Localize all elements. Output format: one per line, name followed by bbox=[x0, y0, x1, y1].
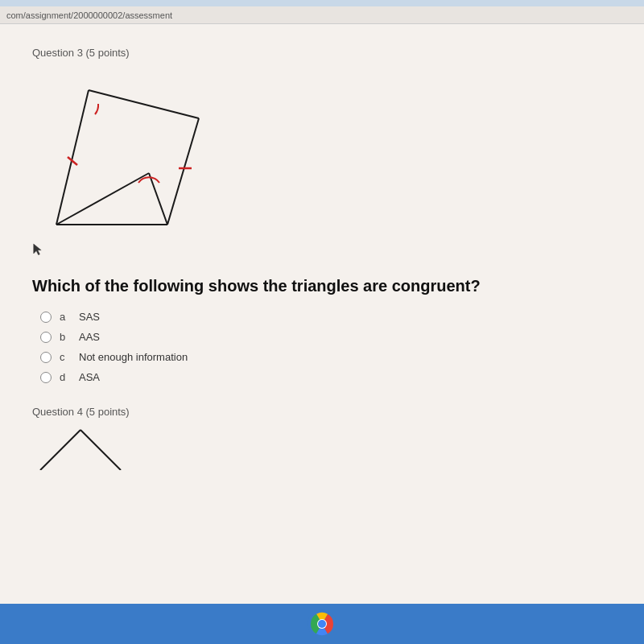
option-d-label: ASA bbox=[79, 371, 100, 383]
question4-label: Question 4 bbox=[32, 406, 83, 418]
question3-label: Question 3 bbox=[32, 47, 83, 59]
question4-points: (5 points) bbox=[86, 406, 130, 418]
svg-line-4 bbox=[56, 173, 149, 225]
chrome-browser-icon bbox=[308, 609, 336, 638]
question3-points: (5 points) bbox=[86, 47, 130, 59]
options-list: a SAS b AAS c Not enough information d A… bbox=[40, 311, 612, 383]
svg-line-1 bbox=[167, 118, 199, 225]
option-d-letter: d bbox=[60, 371, 71, 383]
option-b-label: AAS bbox=[79, 331, 100, 343]
svg-line-0 bbox=[89, 90, 199, 118]
question3-header: Question 3 (5 points) bbox=[32, 47, 612, 59]
svg-line-10 bbox=[80, 430, 121, 470]
option-c-label: Not enough information bbox=[79, 351, 188, 363]
svg-marker-8 bbox=[34, 244, 41, 255]
radio-c[interactable] bbox=[40, 352, 52, 363]
option-b-letter: b bbox=[60, 331, 71, 343]
cursor-icon bbox=[32, 242, 42, 255]
radio-b[interactable] bbox=[40, 332, 52, 343]
option-a-label: SAS bbox=[79, 311, 100, 323]
diagram-area bbox=[32, 70, 612, 262]
question4-diagram-partial bbox=[32, 426, 129, 470]
browser-top-bar bbox=[0, 0, 644, 6]
question4-header: Question 4 (5 points) bbox=[32, 406, 612, 418]
option-a-letter: a bbox=[60, 311, 71, 323]
svg-point-14 bbox=[318, 620, 326, 628]
svg-line-9 bbox=[40, 430, 80, 470]
browser-bottom-bar bbox=[0, 604, 644, 644]
option-d[interactable]: d ASA bbox=[40, 371, 612, 383]
radio-d[interactable] bbox=[40, 372, 52, 383]
triangle-diagram bbox=[32, 70, 225, 239]
url-text: com/assignment/2000000002/assessment bbox=[6, 10, 172, 20]
url-bar: com/assignment/2000000002/assessment bbox=[0, 6, 644, 24]
page-content: Question 3 (5 points) bbox=[0, 24, 644, 604]
question3-text: Which of the following shows the triangl… bbox=[32, 275, 612, 296]
option-a[interactable]: a SAS bbox=[40, 311, 612, 323]
svg-line-3 bbox=[56, 90, 89, 225]
option-b[interactable]: b AAS bbox=[40, 331, 612, 343]
radio-a[interactable] bbox=[40, 312, 52, 323]
option-c-letter: c bbox=[60, 351, 71, 363]
option-c[interactable]: c Not enough information bbox=[40, 351, 612, 363]
